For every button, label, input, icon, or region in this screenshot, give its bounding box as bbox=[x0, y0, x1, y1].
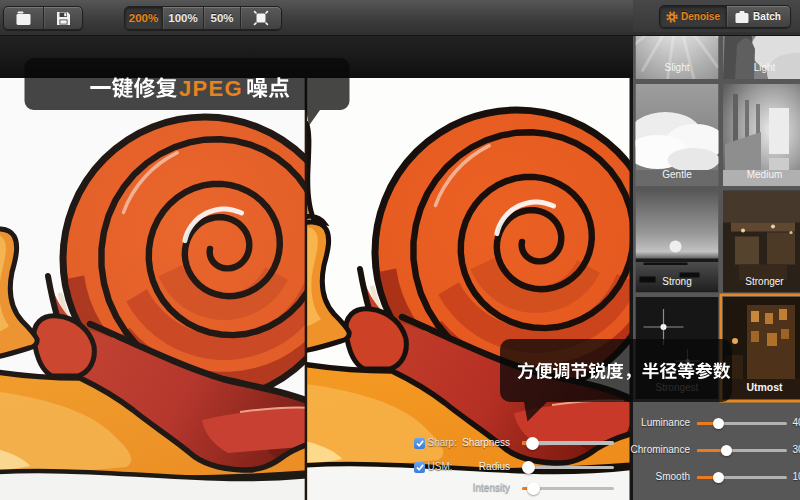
svg-text:JPEG: JPEG bbox=[179, 76, 243, 101]
